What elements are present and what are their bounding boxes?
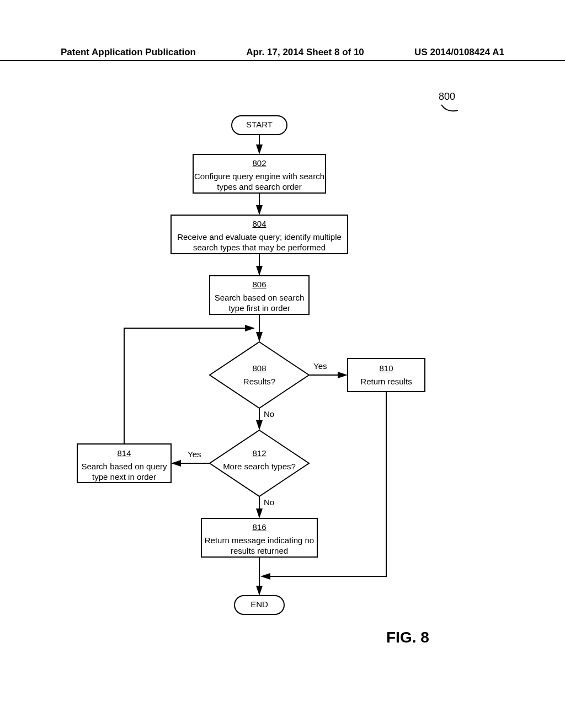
label-808-no: No	[264, 409, 274, 419]
figure-label: FIG. 8	[386, 629, 429, 646]
node-816-text: 816 Return message indicating no results…	[201, 522, 317, 556]
node-806-text: 806 Search based on search type first in…	[210, 279, 309, 314]
node-814-text: 814 Search based on query type next in o…	[77, 448, 171, 483]
node-810-text: 810 Return results	[348, 363, 425, 387]
flowchart-diagram: 800 START 802 Configure query engine wit…	[0, 83, 565, 689]
node-808-text: 808 Results?	[221, 363, 298, 387]
label-808-yes: Yes	[313, 361, 327, 371]
header-left: Patent Application Publication	[61, 47, 196, 58]
label-812-yes: Yes	[188, 449, 201, 459]
page-header: Patent Application Publication Apr. 17, …	[0, 47, 565, 61]
header-right: US 2014/0108424 A1	[414, 47, 504, 58]
header-center: Apr. 17, 2014 Sheet 8 of 10	[246, 47, 364, 58]
label-812-no: No	[264, 497, 274, 507]
node-812-text: 812 More search types?	[221, 448, 298, 472]
ref-number: 800	[439, 91, 455, 103]
end-label: END	[234, 599, 284, 609]
node-802-text: 802 Configure query engine with search t…	[193, 158, 326, 192]
node-804-text: 804 Receive and evaluate query; identify…	[171, 218, 348, 253]
start-label: START	[232, 120, 287, 129]
